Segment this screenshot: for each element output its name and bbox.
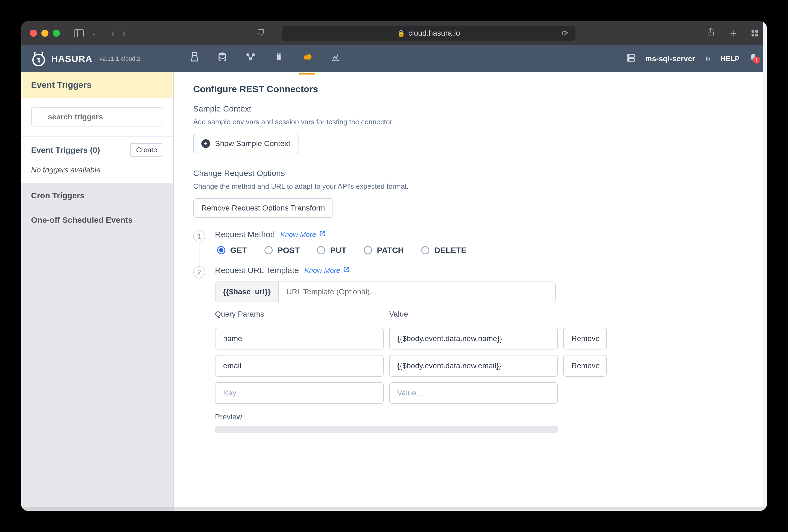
radio-icon (317, 246, 325, 254)
remove-param-button[interactable]: Remove (563, 355, 607, 377)
triggers-count-label: Event Triggers (0) (31, 145, 100, 155)
svg-rect-5 (277, 55, 280, 60)
query-param-value-input-empty[interactable] (389, 382, 558, 404)
chevron-down-icon[interactable]: ⌄ (92, 30, 96, 37)
page-title: Configure REST Connectors (193, 84, 747, 95)
notifications-button[interactable]: 1 (749, 54, 757, 64)
remove-param-button[interactable]: Remove (563, 328, 607, 349)
url-template-input[interactable] (278, 282, 556, 302)
nav-remote-schemas-icon[interactable] (275, 52, 283, 65)
remove-request-transform-button[interactable]: Remove Request Options Transform (193, 198, 333, 218)
traffic-lights (30, 29, 60, 37)
plus-circle-icon: + (201, 139, 210, 148)
request-url-know-more-link[interactable]: Know More (304, 266, 350, 275)
request-method-label: Request Method (215, 230, 275, 239)
nav-forward-button[interactable]: › (122, 27, 125, 39)
url-text: cloud.hasura.io (409, 29, 460, 38)
search-triggers-input[interactable] (31, 107, 163, 126)
step-2-indicator: 2 (193, 266, 205, 278)
create-trigger-button[interactable]: Create (130, 143, 163, 157)
radio-post[interactable]: POST (264, 246, 300, 255)
nav-actions-icon[interactable] (246, 53, 255, 65)
database-name[interactable]: ms-sql-server (645, 55, 695, 63)
window-close-button[interactable] (30, 29, 37, 37)
change-request-desc: Change the method and URL to adapt to yo… (193, 182, 747, 191)
brand-name: HASURA (51, 54, 92, 64)
version-text: v2.11.1-cloud.2 (99, 55, 140, 62)
preview-label: Preview (215, 413, 747, 421)
window-minimize-button[interactable] (41, 29, 48, 37)
nav-back-button[interactable]: ‹ (111, 27, 115, 39)
svg-point-8 (629, 56, 629, 56)
query-params-header: Query Params (215, 310, 384, 319)
radio-get[interactable]: GET (217, 246, 247, 255)
sidebar-tab-event-triggers[interactable]: Event Triggers (21, 73, 173, 98)
query-param-key-input[interactable] (215, 355, 384, 377)
show-sample-context-button[interactable]: + Show Sample Context (193, 134, 298, 154)
app-header: HASURA v2.11.1-cloud.2 (21, 45, 767, 73)
hasura-logo[interactable]: HASURA v2.11.1-cloud.2 (31, 51, 140, 66)
value-header: Value (389, 310, 558, 319)
radio-icon (264, 246, 273, 254)
browser-chrome: ⌄ ‹ › ⛉ 🔒 cloud.hasura.io ⟳ + (21, 21, 767, 45)
sidebar-tab-one-off-events[interactable]: One-off Scheduled Events (21, 208, 173, 232)
request-method-know-more-link[interactable]: Know More (280, 230, 326, 239)
radio-icon (217, 246, 225, 254)
refresh-icon[interactable]: ⟳ (562, 29, 568, 38)
hasura-logo-icon (31, 51, 46, 66)
browser-window: ⌄ ‹ › ⛉ 🔒 cloud.hasura.io ⟳ + (21, 21, 767, 511)
radio-put[interactable]: PUT (317, 246, 347, 255)
main-content: Configure REST Connectors Sample Context… (174, 73, 767, 511)
app-body: Event Triggers Event Triggers (0) Create… (21, 73, 767, 511)
step-1-indicator: 1 (193, 230, 205, 242)
new-tab-button[interactable]: + (730, 27, 736, 39)
url-template-prefix: {{$base_url}} (215, 282, 278, 302)
nav-data-icon[interactable] (218, 53, 226, 65)
query-param-key-input[interactable] (215, 328, 384, 349)
nav-events-icon[interactable] (302, 53, 312, 65)
lock-icon: 🔒 (397, 29, 405, 37)
notification-badge: 1 (753, 57, 760, 64)
sample-context-heading: Sample Context (193, 104, 747, 114)
privacy-shield-icon[interactable]: ⛉ (257, 28, 265, 38)
show-sample-context-label: Show Sample Context (215, 139, 290, 148)
nav-api-icon[interactable] (191, 52, 199, 65)
no-triggers-message: No triggers available (21, 163, 173, 183)
external-link-icon (343, 267, 349, 274)
external-link-icon (319, 231, 326, 238)
sidebar: Event Triggers Event Triggers (0) Create… (21, 73, 174, 511)
request-method-radio-group: GET POST PUT PATCH (217, 246, 747, 255)
database-icon (627, 54, 635, 64)
request-url-template-label: Request URL Template (215, 266, 299, 275)
radio-icon (421, 246, 429, 254)
share-icon[interactable] (707, 27, 715, 39)
change-request-heading: Change Request Options (193, 169, 747, 178)
sidebar-toggle-icon[interactable] (74, 29, 84, 37)
help-link[interactable]: HELP (721, 55, 740, 63)
radio-icon (364, 246, 372, 254)
nav-monitoring-icon[interactable] (331, 53, 340, 65)
svg-point-9 (629, 60, 629, 60)
url-bar[interactable]: 🔒 cloud.hasura.io ⟳ (282, 25, 575, 41)
query-param-key-input-empty[interactable] (215, 382, 384, 404)
svg-point-1 (219, 53, 225, 56)
sample-context-desc: Add sample env vars and session vars for… (193, 118, 747, 126)
radio-delete[interactable]: DELETE (421, 246, 466, 255)
query-param-value-input[interactable] (389, 355, 558, 377)
vertical-scrollbar[interactable] (763, 73, 767, 511)
nav-icons (191, 52, 340, 65)
settings-icon[interactable]: ⚙ (705, 55, 711, 63)
sidebar-tab-cron-triggers[interactable]: Cron Triggers (21, 183, 173, 208)
window-maximize-button[interactable] (53, 29, 60, 37)
tab-overview-icon[interactable] (751, 30, 758, 37)
horizontal-scrollbar[interactable] (21, 507, 767, 511)
radio-patch[interactable]: PATCH (364, 246, 404, 255)
preview-placeholder (215, 426, 558, 433)
query-param-value-input[interactable] (389, 328, 558, 349)
